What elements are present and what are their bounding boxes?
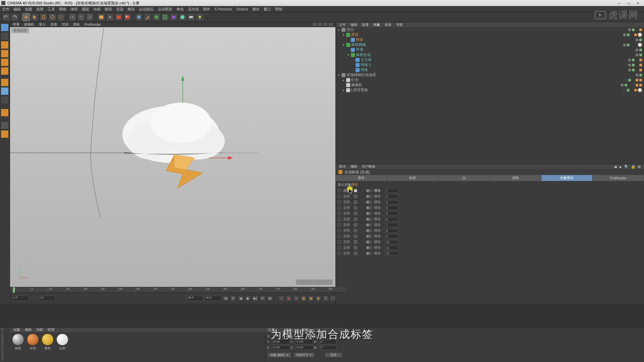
menu-item[interactable]: 运动图形 xyxy=(158,7,172,12)
buffer-number-field[interactable]: 7 xyxy=(385,223,398,227)
buffer-radio[interactable] xyxy=(338,189,341,192)
attr-search-icon[interactable]: 🔍 xyxy=(624,165,629,169)
viewport[interactable]: 透视视图 xyxy=(10,27,335,287)
object-row[interactable]: L形背景板 xyxy=(336,87,644,93)
buffer-switch[interactable] xyxy=(366,195,372,198)
vp-menu-item[interactable]: ProRender xyxy=(85,23,101,26)
buffer-number-field[interactable]: 9 xyxy=(385,234,398,238)
attr-up-icon[interactable]: ▲ xyxy=(619,165,622,169)
obj-tab[interactable]: 查看 xyxy=(362,22,369,27)
menu-item[interactable]: 流水线 xyxy=(188,7,199,12)
menu-item[interactable]: 运动跟踪 xyxy=(139,7,154,12)
attr-new-icon[interactable]: ⊞ xyxy=(638,165,641,169)
buffer-checkbox[interactable] xyxy=(354,189,357,192)
timeline-start-field[interactable]: 0 F xyxy=(12,296,29,301)
buffer-radio[interactable] xyxy=(338,200,341,204)
menu-item[interactable]: 渲染 xyxy=(116,7,123,12)
material-tab[interactable]: 纹理 xyxy=(48,327,54,332)
vp-menu-item[interactable]: 摄像机 xyxy=(24,22,34,27)
render-view-button[interactable] xyxy=(97,13,105,21)
menu-item[interactable]: 文件 xyxy=(2,7,9,12)
menu-item[interactable]: 编辑 xyxy=(13,7,21,12)
lasso-tool[interactable] xyxy=(57,13,65,21)
picture-viewer-button[interactable] xyxy=(115,13,123,21)
vp-menu-item[interactable]: 面板 xyxy=(73,22,80,27)
menu-item[interactable]: 创建 xyxy=(25,7,32,12)
menu-item[interactable]: 网格 xyxy=(59,7,66,12)
texture-mode-button[interactable] xyxy=(1,32,9,40)
object-row[interactable]: 立方体 xyxy=(336,57,644,62)
buffer-switch[interactable] xyxy=(366,206,372,209)
axis-button[interactable] xyxy=(1,78,9,86)
material-item[interactable]: 黄色 xyxy=(41,334,54,351)
buffer-radio[interactable] xyxy=(338,218,341,221)
buffer-switch[interactable] xyxy=(366,252,372,255)
buffer-number-field[interactable]: 3 xyxy=(385,200,398,204)
lock-button[interactable] xyxy=(1,121,9,129)
size-z-field[interactable]: 0 cm xyxy=(296,345,313,350)
model-mode-button[interactable] xyxy=(1,23,9,32)
redo-button[interactable] xyxy=(11,13,19,21)
menu-item[interactable]: 脚本 xyxy=(252,7,260,12)
obj-tab[interactable]: 文件 xyxy=(339,22,346,27)
timeline-end-field-b[interactable]: 90 F xyxy=(205,296,221,301)
material-manager[interactable]: 创建编辑功能纹理 材质红色黄色白色 xyxy=(10,327,265,362)
obj-tab[interactable]: 书签 xyxy=(396,22,403,27)
buffer-checkbox[interactable] xyxy=(354,223,357,227)
material-tab[interactable]: 创建 xyxy=(13,327,20,332)
object-row[interactable]: 体积生成 xyxy=(336,52,644,57)
menu-item[interactable]: 动画 xyxy=(93,7,101,12)
light-button[interactable] xyxy=(196,13,204,21)
object-row[interactable]: 体积网格 xyxy=(336,42,644,47)
undo-button[interactable] xyxy=(2,13,10,21)
vp-menu-item[interactable]: 过滤 xyxy=(62,22,68,27)
buffer-radio[interactable] xyxy=(338,195,341,198)
menu-item[interactable]: 帮助 xyxy=(275,7,282,12)
menu-item[interactable]: Octane xyxy=(236,7,248,11)
buffer-number-field[interactable]: 4 xyxy=(385,206,398,210)
buffer-checkbox[interactable] xyxy=(354,212,357,215)
buffer-radio[interactable] xyxy=(338,246,341,249)
key-pos-button[interactable]: ▦ xyxy=(301,295,307,301)
attr-tab[interactable]: 对象缓存 xyxy=(541,175,593,181)
attr-tab[interactable]: GI xyxy=(438,175,490,181)
pen-tool-button[interactable] xyxy=(144,13,152,21)
buffer-radio[interactable] xyxy=(338,235,341,238)
buffer-radio[interactable] xyxy=(338,229,341,232)
deformer-button[interactable] xyxy=(170,13,178,21)
buffer-switch[interactable] xyxy=(366,223,372,227)
next-key-button[interactable]: ⟳ xyxy=(260,295,266,301)
vp-nav-icon[interactable] xyxy=(323,23,327,26)
camera-button[interactable] xyxy=(187,13,195,21)
buffer-checkbox[interactable] xyxy=(354,246,357,249)
menu-item[interactable]: 雕刻 xyxy=(127,7,135,12)
object-manager[interactable]: 空白挤压样条体积网格平滑体积生成立方体球体.1球体深海特制灯光场景灯光摄像机L形… xyxy=(336,27,644,164)
buffer-checkbox[interactable] xyxy=(354,229,357,232)
cube-primitive-button[interactable] xyxy=(135,13,143,21)
nurbs-button[interactable] xyxy=(152,13,160,21)
object-row[interactable]: 灯光 xyxy=(336,77,644,82)
play-button[interactable]: ▶ xyxy=(245,295,251,301)
attr-lock-icon[interactable]: 🔒 xyxy=(631,165,636,169)
rotate-tool[interactable] xyxy=(48,13,56,21)
x-axis-button[interactable]: X xyxy=(68,13,76,21)
attr-mode-menu[interactable]: 模式 xyxy=(339,164,346,169)
buffer-number-field[interactable]: 1 xyxy=(385,189,398,193)
obj-tab[interactable]: 对象 xyxy=(373,22,380,27)
move-tool[interactable] xyxy=(22,13,30,21)
render-settings-button[interactable] xyxy=(106,13,114,21)
obj-tab[interactable]: 编辑 xyxy=(351,22,357,27)
menu-item[interactable]: X-Particles xyxy=(214,7,232,11)
timeline-current-field[interactable]: 0 F xyxy=(38,296,55,301)
environment-button[interactable] xyxy=(178,13,186,21)
misc-button[interactable] xyxy=(1,130,9,138)
attr-tab[interactable]: ProRender xyxy=(593,175,644,181)
buffer-checkbox[interactable] xyxy=(354,195,357,198)
record-button[interactable]: ● xyxy=(278,295,284,301)
buffer-switch[interactable] xyxy=(366,189,372,192)
buffer-radio[interactable] xyxy=(338,240,341,244)
workplane-button[interactable] xyxy=(1,87,9,95)
render-queue-button[interactable] xyxy=(123,13,131,21)
buffer-number-field[interactable]: 12 xyxy=(385,251,398,255)
locked-axis-button[interactable] xyxy=(1,109,9,117)
